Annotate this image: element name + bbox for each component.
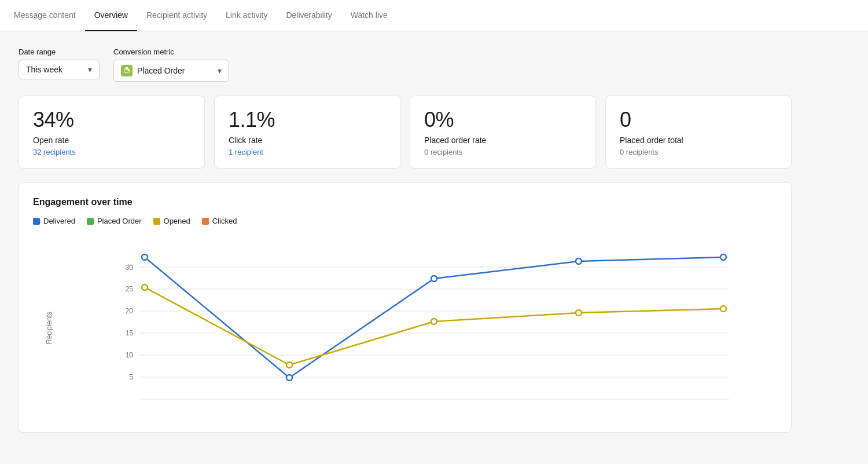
delivered-dot-3 xyxy=(431,276,437,282)
legend-dot-clicked xyxy=(202,218,209,225)
metric-card-placed-order-total: 0 Placed order total 0 recipients xyxy=(605,96,792,169)
click-rate-recipients-link[interactable]: 1 recipient xyxy=(229,148,263,156)
open-rate-recipients-link[interactable]: 32 recipients xyxy=(33,148,76,156)
placed-order-total-value: 0 xyxy=(620,108,777,132)
chart-legend: Delivered Placed Order Opened Clicked xyxy=(33,217,777,225)
legend-item-opened: Opened xyxy=(153,217,190,225)
date-range-select[interactable]: This week ▾ xyxy=(19,60,100,79)
svg-text:15: 15 xyxy=(126,329,134,337)
tab-deliverability[interactable]: Deliverability xyxy=(277,0,341,31)
click-rate-label: Click rate xyxy=(229,136,386,145)
placed-order-rate-value: 0% xyxy=(424,108,582,132)
chart-title: Engagement over time xyxy=(33,197,777,207)
chart-wrapper: Recipients 5 10 15 20 25 30 xyxy=(33,237,777,418)
tab-watch-live[interactable]: Watch live xyxy=(341,0,397,31)
open-rate-label: Open rate xyxy=(33,136,190,145)
tab-overview[interactable]: Overview xyxy=(85,0,137,31)
tab-link-activity[interactable]: Link activity xyxy=(216,0,277,31)
chart-svg: 5 10 15 20 25 30 xyxy=(68,237,777,416)
conversion-metric-label: Conversion metric xyxy=(113,48,229,56)
opened-dot-3 xyxy=(431,319,437,324)
filters-row: Date range This week ▾ Conversion metric… xyxy=(19,48,792,82)
legend-dot-delivered xyxy=(33,218,40,225)
metrics-row: 34% Open rate 32 recipients 1.1% Click r… xyxy=(19,96,792,169)
date-range-filter: Date range This week ▾ xyxy=(19,48,100,82)
svg-text:5: 5 xyxy=(129,373,133,381)
legend-dot-opened xyxy=(153,218,160,225)
delivered-dot-5 xyxy=(720,254,726,260)
opened-dot-2 xyxy=(286,362,292,368)
opened-dot-4 xyxy=(576,310,582,316)
svg-text:20: 20 xyxy=(126,307,134,315)
opened-dot-5 xyxy=(720,306,726,312)
placed-order-total-label: Placed order total xyxy=(620,136,777,145)
opened-dot-1 xyxy=(142,284,148,290)
legend-item-placed-order: Placed Order xyxy=(87,217,142,225)
date-range-value: This week xyxy=(26,65,62,74)
legend-dot-placed-order xyxy=(87,218,94,225)
metric-card-placed-order-rate: 0% Placed order rate 0 recipients xyxy=(410,96,596,169)
click-rate-value: 1.1% xyxy=(229,108,386,132)
tab-message-content[interactable]: Message content xyxy=(14,0,85,31)
placed-order-rate-label: Placed order rate xyxy=(424,136,582,145)
placed-order-rate-sub: 0 recipients xyxy=(424,148,462,156)
conversion-metric-filter: Conversion metric Placed Order ▾ xyxy=(113,48,229,82)
legend-item-clicked: Clicked xyxy=(202,217,237,225)
conversion-metric-value: Placed Order xyxy=(137,66,185,75)
y-axis-label: Recipients xyxy=(45,311,53,344)
nav-bar: Message content Overview Recipient activ… xyxy=(0,0,868,31)
delivered-dot-4 xyxy=(576,258,582,264)
open-rate-value: 34% xyxy=(33,108,190,132)
metric-card-click-rate: 1.1% Click rate 1 recipient xyxy=(214,96,400,169)
main-content: Date range This week ▾ Conversion metric… xyxy=(0,31,810,449)
svg-text:25: 25 xyxy=(126,285,134,293)
conversion-metric-select[interactable]: Placed Order ▾ xyxy=(113,60,229,82)
tab-recipient-activity[interactable]: Recipient activity xyxy=(137,0,216,31)
date-range-label: Date range xyxy=(19,48,100,56)
svg-text:10: 10 xyxy=(126,351,134,359)
delivered-dot-2 xyxy=(286,375,292,381)
chevron-down-icon: ▾ xyxy=(88,65,92,74)
svg-text:30: 30 xyxy=(126,264,134,272)
opened-line xyxy=(145,287,723,365)
engagement-chart-card: Engagement over time Delivered Placed Or… xyxy=(19,182,792,433)
metric-card-open-rate: 34% Open rate 32 recipients xyxy=(19,96,205,169)
legend-item-delivered: Delivered xyxy=(33,217,75,225)
shopify-icon xyxy=(121,65,133,76)
chevron-down-icon-2: ▾ xyxy=(218,66,222,75)
svg-rect-0 xyxy=(121,65,133,76)
delivered-dot-1 xyxy=(142,254,148,260)
placed-order-total-sub: 0 recipients xyxy=(620,148,658,156)
